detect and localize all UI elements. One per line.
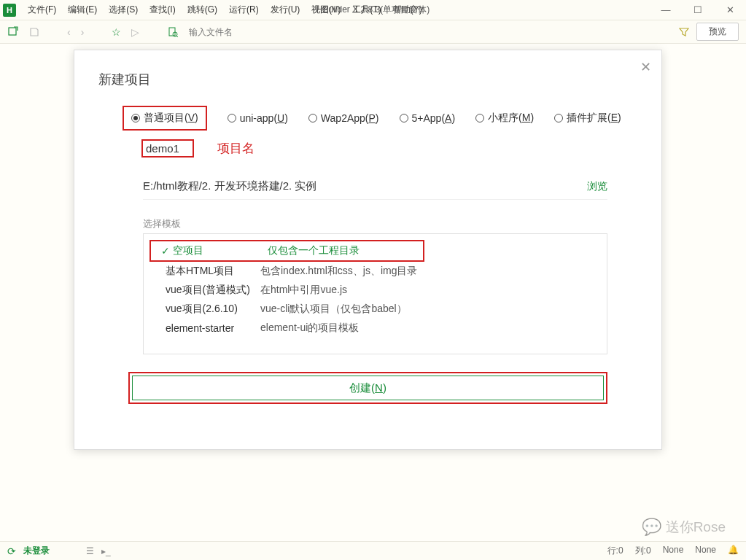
menu-run[interactable]: 运行(R) <box>223 4 265 16</box>
project-type-radios: 普通项目(V) uni-app(U) Wap2App(P) 5+App(A) 小… <box>74 88 661 131</box>
menu-find[interactable]: 查找(I) <box>144 4 181 16</box>
minimize-button[interactable]: — <box>650 0 682 20</box>
file-search-input[interactable] <box>189 27 276 37</box>
radio-uni-app[interactable]: uni-app(U) <box>228 112 288 124</box>
play-icon[interactable]: ▷ <box>131 26 139 38</box>
search-file-icon[interactable] <box>167 26 179 38</box>
menu-file[interactable]: 文件(F) <box>22 4 62 16</box>
status-col: 列:0 <box>635 545 651 557</box>
template-empty[interactable]: ✓ 空项目 仅包含一个工程目录 <box>151 241 423 260</box>
dialog-close-icon[interactable]: ✕ <box>640 59 651 75</box>
check-icon: ✓ <box>158 245 173 257</box>
svg-rect-1 <box>169 28 175 36</box>
wechat-icon: 💬 <box>642 518 661 537</box>
forward-icon[interactable]: › <box>81 26 85 38</box>
highlight-template: ✓ 空项目 仅包含一个工程目录 <box>149 240 424 262</box>
browse-button[interactable]: 浏览 <box>587 180 607 193</box>
radio-circle-icon <box>228 114 236 122</box>
filter-icon[interactable] <box>679 27 689 37</box>
menu-edit[interactable]: 编辑(E) <box>62 4 103 16</box>
project-name-input[interactable] <box>146 142 190 155</box>
menu-publish[interactable]: 发行(U) <box>265 4 306 16</box>
radio-circle-icon <box>554 114 563 122</box>
bell-icon[interactable]: 🔔 <box>728 545 739 557</box>
menu-select[interactable]: 选择(S) <box>103 4 144 16</box>
toolbar: ‹ › ☆ ▷ 预览 <box>0 20 746 44</box>
project-path[interactable]: E:/html教程/2. 开发环境搭建/2. 实例 <box>143 179 316 193</box>
back-icon[interactable]: ‹ <box>67 26 71 38</box>
close-button[interactable]: ✕ <box>714 0 746 20</box>
radio-plugin[interactable]: 插件扩展(E) <box>554 112 621 125</box>
template-section-label: 选择模板 <box>143 217 607 230</box>
template-element-starter[interactable]: element-starter element-ui的项目模板 <box>144 319 607 338</box>
terminal-icon[interactable]: ▸_ <box>101 546 111 556</box>
highlight-project-name <box>141 139 194 158</box>
radio-miniprogram[interactable]: 小程序(M) <box>475 112 534 125</box>
annotation-project-name: 项目名 <box>217 140 255 157</box>
new-project-dialog: ✕ 新建项目 普通项目(V) uni-app(U) Wap2App(P) 5+A… <box>74 50 662 450</box>
highlight-project-type: 普通项目(V) <box>123 106 207 131</box>
status-row: 行:0 <box>607 545 623 557</box>
template-list: ✓ 空项目 仅包含一个工程目录 基本HTML项目 包含index.html和cs… <box>143 233 607 354</box>
template-vue-cli[interactable]: vue项目(2.6.10) vue-cli默认项目（仅包含babel） <box>144 300 607 319</box>
highlight-create: 创建(N) <box>128 372 607 404</box>
svg-rect-0 <box>9 28 16 35</box>
radio-wap2app[interactable]: Wap2App(P) <box>308 112 379 124</box>
radio-circle-icon <box>475 114 484 122</box>
radio-dot-icon <box>131 114 140 122</box>
window-controls: — ☐ ✕ <box>650 0 746 20</box>
template-vue-normal[interactable]: vue项目(普通模式) 在html中引用vue.js <box>144 281 607 300</box>
preview-button[interactable]: 预览 <box>696 23 739 41</box>
save-icon[interactable] <box>29 27 39 37</box>
radio-normal-project[interactable]: 普通项目(V) <box>131 112 198 125</box>
status-encoding: None <box>663 545 684 557</box>
svg-line-3 <box>176 36 178 37</box>
radio-circle-icon <box>400 114 408 122</box>
new-window-icon[interactable] <box>7 26 19 38</box>
watermark: 💬 送你Rose <box>642 518 726 537</box>
status-bar: ⟳ 未登录 ☰ ▸_ 行:0 列:0 None None 🔔 <box>0 541 746 560</box>
maximize-button[interactable]: ☐ <box>682 0 714 20</box>
dialog-title: 新建项目 <box>74 50 661 88</box>
login-status[interactable]: 未登录 <box>23 545 50 557</box>
star-icon[interactable]: ☆ <box>112 26 121 38</box>
app-title: HBuilder X 2.8.3(单项目窗体) <box>316 4 430 16</box>
radio-5plus-app[interactable]: 5+App(A) <box>400 112 456 124</box>
menu-goto[interactable]: 跳转(G) <box>182 4 223 16</box>
radio-circle-icon <box>308 114 317 122</box>
app-logo-icon: H <box>3 4 16 17</box>
template-basic-html[interactable]: 基本HTML项目 包含index.html和css、js、img目录 <box>144 262 607 281</box>
list-icon[interactable]: ☰ <box>86 546 94 556</box>
status-language: None <box>695 545 716 557</box>
create-button[interactable]: 创建(N) <box>132 376 604 400</box>
sync-icon[interactable]: ⟳ <box>7 545 16 557</box>
menu-bar: H 文件(F) 编辑(E) 选择(S) 查找(I) 跳转(G) 运行(R) 发行… <box>0 0 746 20</box>
